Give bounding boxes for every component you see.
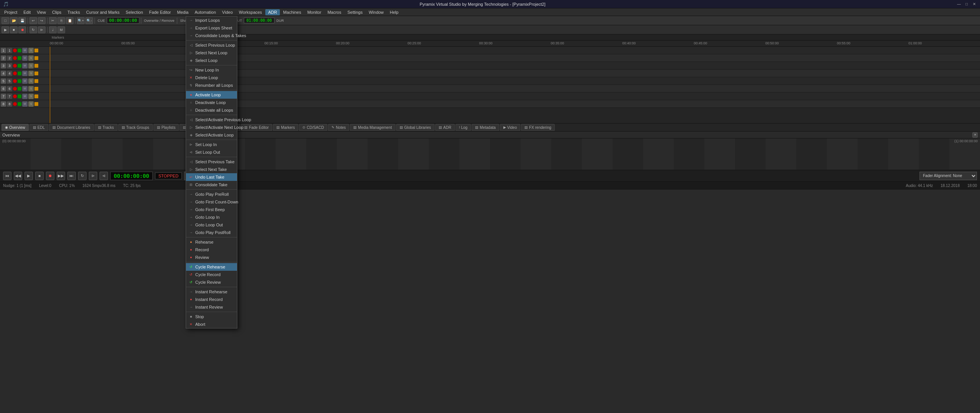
- ctx-item-instant-rehearse[interactable]: →Instant Rehearse: [186, 288, 237, 296]
- track-fx-8[interactable]: [34, 102, 38, 106]
- ctx-item-sel-next-take[interactable]: ▷Select Next Take: [186, 166, 237, 173]
- track-row-3[interactable]: 3 3 M S: [0, 62, 49, 70]
- btab-adr[interactable]: ▤ADR: [435, 124, 455, 131]
- track-play-6[interactable]: [18, 87, 21, 91]
- track-num-2[interactable]: 2: [1, 55, 6, 61]
- btab-media-management[interactable]: ▤Media Management: [350, 124, 395, 131]
- track-num2-1[interactable]: 1: [7, 48, 12, 53]
- menu-item-cursor-and-marks[interactable]: Cursor and Marks: [83, 9, 122, 15]
- btab-fx-rendering[interactable]: ▤FX rendering: [521, 124, 555, 131]
- ctx-item-deactivate-all-loops[interactable]: ○Deactivate all Loops: [186, 106, 237, 114]
- ctx-item-record[interactable]: ●Record: [186, 246, 237, 254]
- menu-item-media[interactable]: Media: [174, 9, 191, 15]
- track-play-1[interactable]: [18, 49, 21, 52]
- menu-item-help[interactable]: Help: [387, 9, 401, 15]
- ctx-item-activate-loop[interactable]: ●Activate Loop: [186, 91, 237, 99]
- track-row-7[interactable]: 7 7 M S: [0, 93, 49, 100]
- stop-btn[interactable]: ■: [10, 26, 18, 33]
- trans-punch-out[interactable]: ⊲: [100, 172, 108, 180]
- track-solo-1[interactable]: S: [28, 48, 34, 53]
- punch-btn[interactable]: ⊳: [38, 26, 46, 33]
- ctx-item-review[interactable]: ●Review: [186, 254, 237, 261]
- ctx-item-goto-first-countdown[interactable]: →Goto First Count-Down: [186, 198, 237, 206]
- track-rec-8[interactable]: [13, 102, 17, 106]
- track-fx-3[interactable]: [34, 64, 38, 68]
- track-rec-2[interactable]: [13, 56, 17, 60]
- track-solo-7[interactable]: S: [28, 94, 34, 99]
- track-num-5[interactable]: 5: [1, 78, 6, 84]
- track-mute-8[interactable]: M: [22, 101, 28, 107]
- track-num-8[interactable]: 8: [1, 101, 6, 107]
- track-num2-8[interactable]: 8: [7, 101, 12, 107]
- track-play-7[interactable]: [18, 94, 21, 98]
- btab-document-libraries[interactable]: ▤Document Libraries: [49, 124, 94, 131]
- track-fx-1[interactable]: [34, 49, 38, 52]
- track-play-4[interactable]: [18, 72, 21, 75]
- redo-button[interactable]: ↪: [38, 17, 46, 24]
- ctx-item-set-loop-out[interactable]: ⊲Set Loop Out: [186, 148, 237, 156]
- open-button[interactable]: 📂: [10, 17, 18, 24]
- menu-item-machines[interactable]: Machines: [281, 9, 304, 15]
- track-mute-6[interactable]: M: [22, 86, 28, 91]
- btab-track-groups[interactable]: ▤Track Groups: [118, 124, 153, 131]
- track-mute-2[interactable]: M: [22, 55, 28, 61]
- menu-item-monitor[interactable]: Monitor: [305, 9, 324, 15]
- ctx-item-cycle-rehearse[interactable]: ↺Cycle Rehearse: [186, 263, 237, 271]
- track-mute-3[interactable]: M: [22, 63, 28, 68]
- ctx-item-select-loop[interactable]: ◈Select Loop: [186, 57, 237, 64]
- undo-button[interactable]: ↩: [29, 17, 37, 24]
- btab-metadata[interactable]: ▤Metadata: [472, 124, 499, 131]
- trans-record[interactable]: ⏺: [46, 172, 54, 180]
- btab-markers[interactable]: ▤Markers: [273, 124, 298, 131]
- track-rec-6[interactable]: [13, 87, 17, 91]
- midi-btn[interactable]: M: [57, 26, 65, 33]
- copy-button[interactable]: ⎘: [57, 17, 65, 24]
- ctx-item-sel-act-prev-loop[interactable]: ◁Select/Activate Previous Loop: [186, 116, 237, 124]
- track-solo-8[interactable]: S: [28, 101, 34, 107]
- trans-play[interactable]: ▶: [24, 172, 33, 180]
- track-solo-4[interactable]: S: [28, 71, 34, 76]
- paste-button[interactable]: 📋: [66, 17, 74, 24]
- ctx-item-goto-loop-out[interactable]: →Goto Loop Out: [186, 221, 237, 229]
- btab-global-libraries[interactable]: ▤Global Libraries: [396, 124, 434, 131]
- track-mute-7[interactable]: M: [22, 94, 28, 99]
- track-solo-5[interactable]: S: [28, 78, 34, 84]
- ctx-item-deactivate-loop[interactable]: ○Deactivate Loop: [186, 99, 237, 106]
- ctx-item-select-next-loop[interactable]: ▷Select Next Loop: [186, 49, 237, 57]
- track-row-1[interactable]: 1 1 M S: [0, 47, 49, 54]
- trans-punch-in[interactable]: ⊳: [89, 172, 97, 180]
- btab-notes[interactable]: ✎Notes: [328, 124, 349, 131]
- menu-item-video[interactable]: Video: [219, 9, 235, 15]
- track-num-3[interactable]: 3: [1, 63, 6, 68]
- menu-item-adr[interactable]: ADR: [265, 9, 279, 15]
- close-button[interactable]: ✕: [972, 2, 977, 7]
- menu-item-workspaces[interactable]: Workspaces: [236, 9, 265, 15]
- track-row-8[interactable]: 8 8 M S: [0, 100, 49, 108]
- new-button[interactable]: □: [2, 17, 9, 24]
- ctx-item-export-loops-sheet[interactable]: →Export Loops Sheet: [186, 24, 237, 32]
- trans-loop[interactable]: ↻: [78, 172, 87, 180]
- ctx-item-select-prev-loop[interactable]: ◁Select Previous Loop: [186, 41, 237, 49]
- ctx-item-consolidate-loops-takes[interactable]: →Consolidate Loops & Takes: [186, 32, 237, 39]
- ctx-item-instant-record[interactable]: ●Instant Record: [186, 296, 237, 303]
- menu-item-settings[interactable]: Settings: [345, 9, 365, 15]
- ctx-item-sel-act-next-loop[interactable]: ▷Select/Activate Next Loop: [186, 124, 237, 131]
- ctx-item-undo-last-take[interactable]: ↩Undo Last Take: [186, 173, 237, 181]
- minimize-button[interactable]: —: [956, 2, 962, 7]
- ctx-item-cycle-review[interactable]: ↺Cycle Review: [186, 278, 237, 286]
- track-solo-2[interactable]: S: [28, 55, 34, 61]
- btab-fade-editor[interactable]: ▤Fade Editor: [241, 124, 272, 131]
- btab-playlists[interactable]: ▤Playlists: [154, 124, 179, 131]
- ctx-item-renumber-loops[interactable]: ↯Renumber all Loops: [186, 81, 237, 89]
- trans-end[interactable]: ⏭: [67, 172, 76, 180]
- track-rec-1[interactable]: [13, 49, 17, 52]
- track-fx-7[interactable]: [34, 94, 38, 98]
- track-play-8[interactable]: [18, 102, 21, 106]
- ctx-item-goto-play-postroll[interactable]: →Goto Play PostRoll: [186, 229, 237, 236]
- context-menu[interactable]: →Import Loops→Export Loops Sheet→Consoli…: [186, 16, 237, 328]
- track-rec-7[interactable]: [13, 94, 17, 98]
- menu-item-fade-editor[interactable]: Fade Editor: [147, 9, 174, 15]
- maximize-button[interactable]: □: [964, 2, 969, 7]
- track-play-3[interactable]: [18, 64, 21, 68]
- track-rec-4[interactable]: [13, 72, 17, 75]
